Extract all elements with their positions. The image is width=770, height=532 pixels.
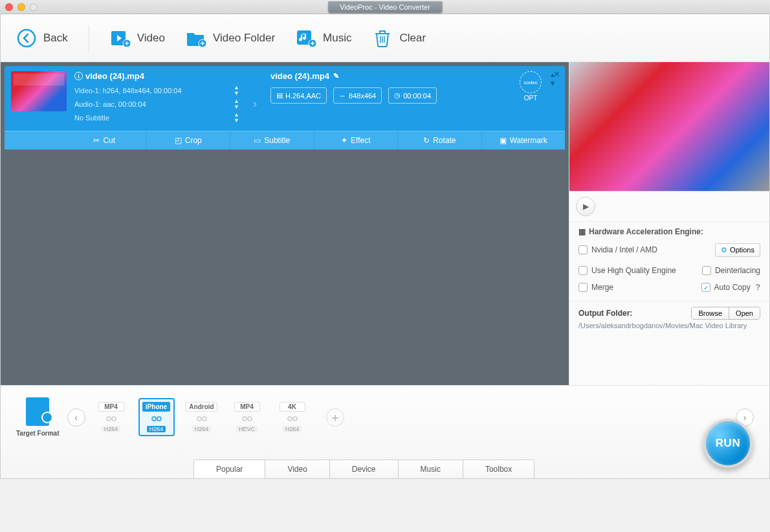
hw-chip-label: Nvidia / Intel / AMD	[591, 245, 657, 254]
opt-label: OPT	[524, 94, 538, 102]
cut-button[interactable]: ✂Cut	[63, 131, 146, 150]
tab-toolbox[interactable]: Toolbox	[463, 460, 534, 478]
back-label: Back	[43, 32, 68, 45]
rename-icon[interactable]: ✎	[333, 72, 339, 80]
format-codec-label: H264	[147, 426, 166, 432]
format-codec-label: H264	[102, 426, 121, 432]
subtitle-icon: ▭	[254, 136, 261, 145]
format-top-label: iPhone	[142, 402, 170, 412]
scissors-icon: ✂	[93, 136, 100, 145]
format-preset-android[interactable]: AndroidH264	[184, 399, 220, 435]
folder-plus-icon	[186, 28, 206, 49]
svg-point-0	[18, 30, 35, 47]
tab-device[interactable]: Device	[329, 460, 398, 478]
format-link-icon	[239, 413, 255, 425]
play-icon: ▶	[583, 202, 589, 211]
subtitle-button[interactable]: ▭Subtitle	[230, 131, 314, 150]
format-codec-label: HEVC	[236, 426, 258, 432]
music-plus-icon	[296, 28, 316, 49]
info-icon[interactable]: i	[74, 72, 83, 80]
tab-video[interactable]: Video	[265, 460, 329, 478]
target-format-label: Target Format	[16, 430, 60, 437]
format-prev-button[interactable]: ‹	[67, 408, 85, 427]
clear-button[interactable]: Clear	[372, 28, 426, 49]
format-preset-4k[interactable]: 4KH264	[274, 399, 311, 435]
divider	[89, 25, 89, 51]
crop-button[interactable]: ◰Crop	[146, 131, 230, 150]
help-icon[interactable]: ?	[756, 283, 760, 292]
watermark-button[interactable]: ▣Watermark	[481, 131, 566, 150]
svg-point-15	[293, 417, 297, 421]
trash-icon	[372, 28, 393, 49]
format-preset-mp4[interactable]: MP4H264	[93, 399, 129, 435]
remove-item-icon[interactable]: ×	[554, 69, 560, 80]
maximize-window-icon	[30, 3, 38, 11]
format-preset-iphone[interactable]: iPhoneH264	[138, 398, 175, 436]
destination-info: video (24).mp4✎ ▤H.264,AAC ↔848x464 ◷00:…	[270, 71, 507, 104]
source-filename: video (24).mp4	[85, 71, 144, 81]
dest-duration-badge[interactable]: ◷00:00:04	[388, 87, 437, 104]
codec-gear-icon: codec	[520, 71, 542, 93]
dest-codec-badge[interactable]: ▤H.264,AAC	[270, 87, 327, 104]
play-button[interactable]: ▶	[576, 197, 595, 216]
resize-icon: ↔	[339, 92, 346, 100]
add-format-button[interactable]: ＋	[326, 408, 344, 427]
tab-music[interactable]: Music	[398, 460, 463, 478]
add-video-button[interactable]: Video	[110, 28, 165, 49]
format-category-tabs: Popular Video Device Music Toolbox	[193, 460, 534, 478]
svg-point-9	[157, 417, 161, 421]
svg-point-13	[248, 417, 252, 421]
wand-icon: ✦	[341, 136, 347, 145]
video-item[interactable]: × ivideo (24).mp4 Video-1: h264, 848x464…	[5, 66, 565, 150]
format-preset-mp4[interactable]: MP4HEVC	[229, 399, 265, 435]
video-plus-icon	[110, 28, 131, 49]
film-icon: ▤	[276, 91, 283, 100]
add-music-button[interactable]: Music	[296, 28, 351, 49]
output-folder-label: Output Folder:	[578, 309, 632, 318]
folder-label: Video Folder	[213, 32, 275, 45]
svg-point-7	[112, 417, 116, 421]
tab-popular[interactable]: Popular	[194, 460, 265, 478]
target-format-section: Target Format	[16, 397, 60, 437]
chip-icon: ▦	[578, 227, 586, 236]
deint-checkbox[interactable]	[702, 266, 711, 275]
preview-thumbnail	[569, 62, 769, 192]
traffic-lights	[5, 3, 38, 11]
back-arrow-icon	[16, 28, 37, 49]
window-titlebar: VideoProc - Video Converter	[0, 0, 770, 14]
subtitle-stepper[interactable]: ▲▼	[234, 112, 239, 124]
format-top-label: 4K	[280, 402, 305, 412]
hq-checkbox[interactable]	[578, 266, 588, 275]
source-video-line: Video-1: h264, 848x464, 00:00:04	[74, 87, 182, 94]
hw-chip-checkbox[interactable]	[578, 245, 588, 254]
main-toolbar: Back Video Video Folder Music Clear	[1, 14, 769, 62]
window-title: VideoProc - Video Converter	[328, 1, 442, 13]
rotate-button[interactable]: ↻Rotate	[397, 131, 481, 150]
autocopy-checkbox[interactable]	[701, 283, 710, 292]
video-queue: × ivideo (24).mp4 Video-1: h264, 848x464…	[1, 62, 569, 385]
audio-track-stepper[interactable]: ▲▼	[234, 98, 239, 110]
effect-button[interactable]: ✦Effect	[314, 131, 398, 150]
source-sub-line: No Subtitle	[74, 114, 109, 122]
music-label: Music	[323, 32, 351, 45]
format-codec-label: H264	[283, 426, 302, 432]
browse-button[interactable]: Browse	[692, 307, 729, 319]
svg-point-14	[288, 417, 292, 421]
back-button[interactable]: Back	[16, 28, 68, 49]
gear-icon: ⚙	[721, 246, 727, 254]
codec-options-button[interactable]: codec OPT	[520, 71, 542, 102]
run-button[interactable]: RUN	[703, 419, 753, 468]
conversion-arrow-icon: ›	[247, 87, 263, 111]
add-folder-button[interactable]: Video Folder	[186, 28, 275, 49]
merge-checkbox[interactable]	[578, 283, 588, 292]
open-button[interactable]: Open	[729, 307, 760, 319]
format-link-icon	[285, 413, 300, 425]
video-track-stepper[interactable]: ▲▼	[234, 85, 239, 96]
format-codec-label: H264	[192, 426, 212, 432]
dest-res-badge[interactable]: ↔848x464	[333, 87, 382, 104]
minimize-window-icon[interactable]	[17, 3, 25, 11]
watermark-icon: ▣	[500, 136, 507, 145]
close-window-icon[interactable]	[5, 3, 13, 11]
format-link-icon	[194, 413, 210, 425]
hw-options-button[interactable]: ⚙Options	[715, 243, 760, 257]
